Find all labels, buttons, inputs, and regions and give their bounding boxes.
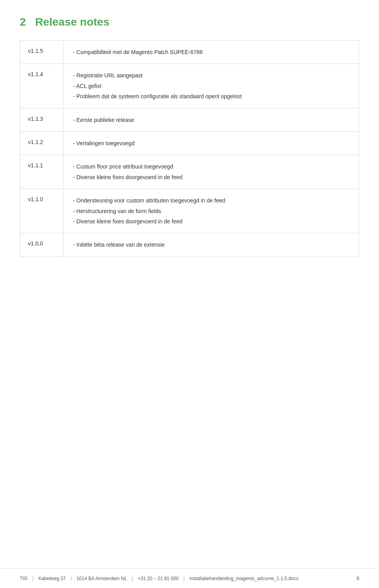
note-line: - ACL gefixt	[73, 82, 349, 90]
note-line: - Custum floor price attribuut toegevoeg…	[73, 162, 349, 171]
footer-sep-2: |	[71, 576, 72, 581]
notes-cell: - Registratie URL aangepast- ACL gefixt-…	[64, 64, 359, 108]
note-line: - Vertalingen toegevoegd	[73, 139, 349, 148]
note-line: - Compatibiliteit met de Magento Patch S…	[73, 48, 349, 56]
notes-cell: - Initiële bèta release van de extensie	[64, 233, 359, 257]
note-line: - Ondersteuning voor custom attributen t…	[73, 196, 349, 205]
version-cell: v1.1.1	[20, 155, 64, 189]
notes-cell: - Compatibiliteit met de Magento Patch S…	[64, 41, 359, 64]
note-line: - Initiële bèta release van de extensie	[73, 240, 349, 249]
footer: TIG | Kabelweg 37 | 1014 BA Amsterdam NL…	[0, 568, 379, 588]
version-cell: v1.1.2	[20, 131, 64, 155]
note-line: - Herstructurering van de form fields	[73, 207, 349, 215]
notes-cell: - Custum floor price attribuut toegevoeg…	[64, 155, 359, 189]
footer-address: Kabelweg 37	[38, 576, 66, 581]
version-cell: v1.1.3	[20, 108, 64, 131]
table-row: v1.1.4- Registratie URL aangepast- ACL g…	[20, 64, 359, 108]
footer-sep-4: |	[184, 576, 185, 581]
version-cell: v1.1.4	[20, 64, 64, 108]
note-line: - Eerste publieke release	[73, 116, 349, 124]
footer-filename: installatiehandleiding_magento_adcurve_1…	[190, 576, 298, 581]
table-row: v1.1.3- Eerste publieke release	[20, 108, 359, 131]
table-row: v1.1.5- Compatibiliteit met de Magento P…	[20, 41, 359, 64]
table-row: v1.1.1- Custum floor price attribuut toe…	[20, 155, 359, 189]
footer-company: TIG	[20, 576, 28, 581]
note-line: - Registratie URL aangepast	[73, 71, 349, 80]
footer-sep-3: |	[132, 576, 133, 581]
notes-cell: - Eerste publieke release	[64, 108, 359, 131]
version-cell: v1.1.0	[20, 189, 64, 233]
footer-page: 8	[356, 576, 359, 581]
table-row: v1.0.0- Initiële bèta release van de ext…	[20, 233, 359, 257]
note-line: - Diverse kleine fixes doorgevoerd in de…	[73, 217, 349, 226]
page-container: 2 Release notes v1.1.5- Compatibiliteit …	[0, 0, 379, 288]
section-number: 2	[20, 16, 26, 28]
page-title: 2 Release notes	[20, 16, 359, 28]
footer-phone: +31 20 – 21 81 000	[138, 576, 179, 581]
table-row: v1.1.2- Vertalingen toegevoegd	[20, 131, 359, 155]
note-line: - Probleem dat de systeem configuratie a…	[73, 92, 349, 101]
footer-city: 1014 BA Amsterdam NL	[77, 576, 127, 581]
version-cell: v1.0.0	[20, 233, 64, 257]
release-table: v1.1.5- Compatibiliteit met de Magento P…	[20, 40, 359, 257]
notes-cell: - Ondersteuning voor custom attributen t…	[64, 189, 359, 233]
note-line: - Diverse kleine fixes doorgevoerd in de…	[73, 173, 349, 182]
version-cell: v1.1.5	[20, 41, 64, 64]
footer-sep-1: |	[32, 576, 34, 581]
table-row: v1.1.0- Ondersteuning voor custom attrib…	[20, 189, 359, 233]
title-text: Release notes	[35, 16, 109, 28]
notes-cell: - Vertalingen toegevoegd	[64, 131, 359, 155]
